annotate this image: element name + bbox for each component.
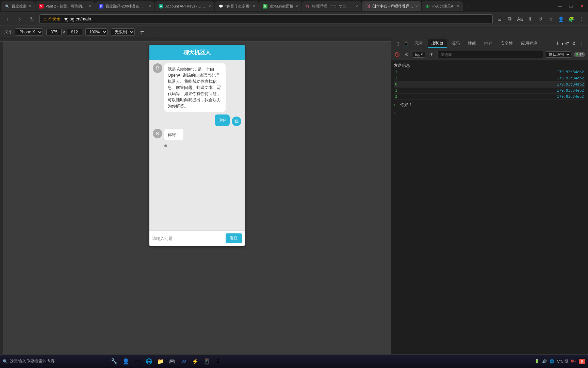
taskbar-icon-settings[interactable]: 🔧 xyxy=(109,356,120,367)
tab-favicon-4: A xyxy=(159,4,163,9)
taskbar-icon-user[interactable]: 👤 xyxy=(120,356,131,367)
close-button[interactable]: ✕ xyxy=(577,1,587,11)
taskbar-icon-phone[interactable]: 📱 xyxy=(201,356,212,367)
taskbar-icon-game[interactable]: 🎮 xyxy=(167,356,178,367)
line-addr-2[interactable]: 179.93d34eb2 xyxy=(557,76,584,80)
tab-baidu-search[interactable]: 🔍 百度搜索 ✕ xyxy=(1,1,35,11)
tab-favicon-6: 宝 xyxy=(263,4,267,9)
context-selector[interactable]: top ▾ xyxy=(413,51,425,58)
tab-label-1: 百度搜索 xyxy=(12,4,27,9)
maximize-button[interactable]: □ xyxy=(566,1,576,11)
console-content: 发送信息 1 179.93d34eb2 2 179.93d34eb2 0 179… xyxy=(391,60,588,358)
chat-input-field[interactable] xyxy=(152,236,224,241)
taskbar-icon-monitor[interactable]: 🖥 xyxy=(213,356,224,367)
tab-close-3[interactable]: ✕ xyxy=(148,4,151,8)
line-addr-1[interactable]: 179.93d34eb2 xyxy=(557,70,584,74)
devtools-tab-application[interactable]: 应用程序 xyxy=(518,39,541,48)
devtools-tabs: 元素 控制台 源码 性能 内存 安全性 应用程序 + xyxy=(411,38,559,49)
taskbar-icon-vscode[interactable]: ⚡ xyxy=(190,356,201,367)
extensions-icon[interactable]: 🧩 xyxy=(567,15,575,23)
back-button[interactable]: ‹ xyxy=(3,14,12,24)
devtools-tab-security[interactable]: 安全性 xyxy=(497,39,516,48)
minimize-button[interactable]: ─ xyxy=(555,1,565,11)
address-input[interactable]: ⚠ 不安全 lnglog.cn/main xyxy=(39,14,493,24)
weather-temp: 5°C 阴 xyxy=(557,359,568,364)
tab-close-9[interactable]: ✕ xyxy=(457,4,459,8)
tab-chat-ai[interactable]: 🐉 小火龙聊天AI ✕ xyxy=(422,1,462,11)
devtools-settings-icon[interactable]: ⚙ xyxy=(570,40,577,47)
devtools-tab-performance[interactable]: 性能 xyxy=(464,39,479,48)
browser-toolbar: ⊡ ⧉ Aa ⬇ ↺ ☆ 👤 🧩 ⋮ xyxy=(495,15,585,23)
taskbar-search[interactable]: 🔍 这里输入你要搜索的内容 xyxy=(3,358,105,364)
cast-icon[interactable]: ⊡ xyxy=(495,15,504,23)
tab-close-5[interactable]: ✕ xyxy=(252,4,255,8)
tab-close-1[interactable]: ✕ xyxy=(29,4,31,8)
tab-baota[interactable]: 宝 宝塔Linux面板 ✕ xyxy=(259,1,301,11)
chat-body[interactable]: R 我是 Assistant，是一个由 OpenAI 训练的自然语言处理机器人。… xyxy=(149,60,245,230)
taskbar-icon-edge[interactable]: 🌐 xyxy=(144,356,154,367)
taskbar-icon-desktop[interactable]: 🗃 xyxy=(132,356,143,367)
refresh-button[interactable]: ↻ xyxy=(27,14,37,24)
more-options-icon[interactable]: ⋯ xyxy=(150,28,158,36)
inspect-icon[interactable]: ⬚ xyxy=(394,40,401,47)
split-icon[interactable]: ⧉ xyxy=(506,15,514,23)
devtools-tab-sources[interactable]: 源码 xyxy=(448,39,463,48)
line-addr-4[interactable]: 179.93d34eb2 xyxy=(557,88,584,93)
taskbar-icon-word[interactable]: W xyxy=(178,356,189,367)
profile-icon[interactable]: 👤 xyxy=(557,15,565,23)
mode-select[interactable]: 无限制 xyxy=(111,28,135,36)
log-level-select[interactable]: 默认级别 xyxy=(546,51,571,58)
send-button[interactable]: 发送 xyxy=(226,233,242,243)
line-num-3: 0 xyxy=(395,82,399,87)
device-size-label: 尺寸: iPhone X xyxy=(4,28,43,36)
taskbar-icon-folder[interactable]: 📁 xyxy=(155,356,166,367)
devtools-tab-elements[interactable]: 元素 xyxy=(411,39,426,48)
clear-console-icon[interactable]: 🚫 xyxy=(394,51,401,58)
tab-vant[interactable]: V Vant 2 - 轻量、可靠的移... ✕ xyxy=(35,1,95,11)
line-addr-3[interactable]: 179.93d34ab2 xyxy=(557,82,584,87)
tab-label-4: Account API Keys - Open... xyxy=(165,4,206,8)
tab-bilibili[interactable]: 哔 哔哩哔哩（" "）つロ 干... ✕ xyxy=(302,1,361,11)
tab-baidu-translate[interactable]: 百 百度翻译-200种语言互译... ✕ xyxy=(95,1,154,11)
device-icon[interactable]: 📱 xyxy=(403,40,409,47)
chat-header: 聊天机器人 xyxy=(149,45,245,60)
tab-close-2[interactable]: ✕ xyxy=(88,4,91,8)
filter-icon[interactable]: ⊘ xyxy=(403,51,410,58)
console-filter-input[interactable] xyxy=(438,51,543,58)
eye-icon[interactable]: 👁 xyxy=(428,51,435,58)
tab-favicon-2: V xyxy=(39,4,44,9)
tab-bilibili-creator[interactable]: 创 创作中心 - 哔哩哔哩弹幕... ✕ xyxy=(362,1,421,11)
devtools-tab-add[interactable]: + xyxy=(556,40,560,47)
devtools-tab-memory[interactable]: 内存 xyxy=(481,39,496,48)
tab-close-4[interactable]: ✕ xyxy=(208,4,211,8)
tab-label-2: Vant 2 - 轻量、可靠的移... xyxy=(46,4,86,9)
new-tab-button[interactable]: + xyxy=(463,1,473,11)
console-section-label: 发送信息 xyxy=(394,61,585,69)
rotate-icon[interactable]: ⇄ xyxy=(138,28,146,36)
height-input[interactable] xyxy=(67,29,82,35)
sogou-icon[interactable]: S xyxy=(579,359,585,364)
tab-close-8[interactable]: ✕ xyxy=(415,4,418,8)
devtools-tab-console[interactable]: 控制台 xyxy=(428,39,447,48)
tab-favicon-3: 百 xyxy=(99,4,103,9)
device-select[interactable]: iPhone X xyxy=(15,28,43,36)
zoom-select[interactable]: 100% xyxy=(85,28,108,36)
tab-query[interactable]: 💬 "你是什么东西" ✕ xyxy=(215,1,259,11)
settings-icon[interactable]: ⋮ xyxy=(577,15,585,23)
tab-close-6[interactable]: ✕ xyxy=(295,4,298,8)
tab-label-3: 百度翻译-200种语言互译... xyxy=(105,4,146,9)
width-input[interactable] xyxy=(46,29,62,35)
forward-button[interactable]: › xyxy=(15,14,24,24)
tab-openai[interactable]: A Account API Keys - Open... ✕ xyxy=(155,1,214,11)
console-line-2: 2 179.93d34eb2 xyxy=(394,75,585,81)
devtools-more-icon[interactable]: ⋮ xyxy=(578,40,585,47)
translate-icon[interactable]: Aa xyxy=(516,15,524,23)
line-addr-5[interactable]: 179.93d34eb2 xyxy=(557,94,584,99)
bookmark-icon[interactable]: ☆ xyxy=(546,15,555,23)
refresh-icon[interactable]: ↺ xyxy=(536,15,544,23)
security-warning-text: 不安全 xyxy=(48,16,61,22)
tab-close-7[interactable]: ✕ xyxy=(355,4,358,8)
console-line-4: 1 179.93d34eb2 xyxy=(394,88,585,94)
download-icon[interactable]: ⬇ xyxy=(526,15,534,23)
console-badge: 47 xyxy=(574,52,585,57)
